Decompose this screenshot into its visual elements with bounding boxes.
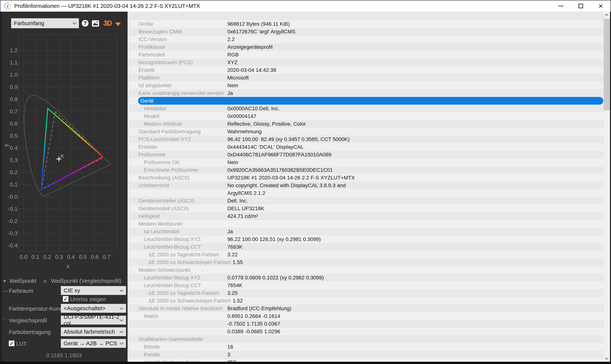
table-row[interactable]: Ist LeuchtmittelJa xyxy=(130,228,604,235)
table-row[interactable]: Absolute to media relative transformBrad… xyxy=(130,305,604,312)
table-row[interactable]: PlattformMicrosoft xyxy=(130,74,604,82)
row-value: Bradford (ICC-Empfehlung) xyxy=(227,305,291,312)
table-row[interactable]: Bezugsfarbraum (PCS)XYZ xyxy=(130,59,604,66)
table-row[interactable]: ΔE 2000 zu Tageslicht-Farbort3.22 xyxy=(130,251,604,259)
minimize-icon xyxy=(558,6,563,6)
scrollbar-thumb[interactable] xyxy=(604,19,610,110)
table-row[interactable]: Prüfsumme0xD4406C781AF966F77D087FA15010A… xyxy=(130,151,604,158)
close-button[interactable]: × xyxy=(591,0,611,12)
plot-toolbar: Farbumfang ? 3D xyxy=(0,12,128,34)
table-row[interactable]: Prüfsumme OKNein xyxy=(130,158,604,166)
row-value: Nein xyxy=(227,82,238,89)
x-marker-icon: × xyxy=(43,278,47,285)
vertical-scrollbar[interactable] xyxy=(604,12,610,362)
legend-whitepoint-label: Weißpunkt xyxy=(9,278,36,284)
section-row[interactable]: Gerät xyxy=(130,97,604,105)
maximize-button[interactable] xyxy=(571,0,591,12)
table-row[interactable]: Matrix0.8951 0.2664 -0.1614 xyxy=(130,312,604,320)
row-value: 0.0389 -0.0685 1.0296 xyxy=(227,328,280,335)
table-row[interactable]: ΔE 2000 zu Schwarzkörper-Farbort1.55 xyxy=(130,259,604,266)
farbuebertragung-select[interactable]: Absolut farbmetrisch xyxy=(61,327,126,336)
3d-view-button[interactable]: 3D xyxy=(103,19,112,27)
svg-text:1.1: 1.1 xyxy=(10,59,18,66)
row-value: UP3218K #1 2020-03-04 14-26 2.2 F-S XYZL… xyxy=(227,175,355,181)
plot-view-select[interactable]: Farbumfang xyxy=(11,18,79,28)
table-row[interactable]: Medien-Schwarzpunkt xyxy=(130,266,604,274)
row-value: Dell, Inc. xyxy=(227,198,248,204)
table-row[interactable]: Bevorzugtes CMM0x6172676C 'argl' ArgyllC… xyxy=(130,28,604,36)
row-value: 7663K xyxy=(227,244,243,250)
chevron-down-icon xyxy=(120,306,123,310)
plot-legend: + Weißpunkt × Weißpunkt (Vergleichsprofi… xyxy=(0,278,128,284)
farbtemperatur-select[interactable]: <Ausgeschaltet> xyxy=(61,304,126,313)
row-value: 96.42 100.00 82.49 (xy 0.3457 0.3585, CC… xyxy=(227,136,350,142)
table-row[interactable]: Anzahl Werte pro Kanal256 xyxy=(130,358,604,362)
row-value: Ja xyxy=(227,229,233,234)
table-row[interactable]: ΔE 2000 zu Tageslicht-Farbort3.25 xyxy=(130,289,604,297)
farbraum-label: Farbraum xyxy=(9,288,33,294)
row-label: Kann unabhängig verwendet werden xyxy=(138,90,227,96)
row-value: XYZ xyxy=(227,59,238,65)
save-image-button[interactable] xyxy=(92,20,99,27)
table-row[interactable]: Modell0x00004147 xyxy=(130,112,604,120)
table-row[interactable]: UrheberrechtNo copyright. Created with D… xyxy=(130,182,604,189)
table-row[interactable]: 0.0389 -0.0685 1.0296 xyxy=(130,328,604,335)
table-row[interactable]: Standard-FarbübertragungWahrnehmung xyxy=(130,128,604,135)
table-row[interactable]: Medien-AttributeReflective, Glossy, Posi… xyxy=(130,120,604,128)
row-value: 2020-03-04 14:42:38 xyxy=(227,67,276,73)
section-header-selected[interactable]: Gerät xyxy=(138,97,603,105)
lut-checkbox[interactable]: ✓ xyxy=(9,340,14,346)
row-value: 0x00004147 xyxy=(227,113,256,119)
row-label: Ist Leuchtmittel xyxy=(144,229,227,234)
table-row[interactable]: -0.7502 1.7135 0.0367 xyxy=(130,320,604,328)
vergleichsprofil-label: Vergleichsprofil xyxy=(9,317,47,324)
umriss-zeigen-checkbox[interactable]: ✓ xyxy=(63,296,68,302)
table-row[interactable]: ΔE 2000 zu Schwarzkörper-Farbort1.52 xyxy=(130,297,604,305)
table-row[interactable]: Kann unabhängig verwendet werdenJa xyxy=(130,89,604,97)
table-row[interactable]: Leuchtmittel-Bezug XYZ96.22 100.00 126.5… xyxy=(130,235,604,243)
table-row[interactable]: ProfilklasseAnzeigegeräteprofil xyxy=(130,43,604,51)
table-row[interactable]: Medien-Weißpunkt xyxy=(130,220,604,228)
table-row[interactable]: Beschreibung (ASCII)UP3218K #1 2020-03-0… xyxy=(130,174,604,182)
row-label: Bittiefe xyxy=(144,344,227,350)
table-row[interactable]: Grafikkarten-Gammatabelle xyxy=(130,335,604,343)
lut-select[interactable]: Gerät → A2B → PCS xyxy=(61,339,126,348)
table-row[interactable]: Erstellt2020-03-04 14:42:38 xyxy=(130,66,604,74)
table-row[interactable]: Helligkeit424.71 cd/m² xyxy=(130,212,604,220)
table-row[interactable]: ArgyllCMS 2.1.2 xyxy=(130,189,604,197)
row-value: No copyright. Created with DisplayCAL 3.… xyxy=(227,182,346,188)
table-row[interactable]: Ersteller0x4443414C 'DCAL' DisplayCAL xyxy=(130,143,604,151)
table-row[interactable]: Größe968812 Bytes (946.11 KiB) xyxy=(130,20,604,28)
svg-text:0.8: 0.8 xyxy=(10,96,18,102)
row-label: Modell xyxy=(144,113,227,119)
svg-text:0.7: 0.7 xyxy=(10,108,18,114)
table-row[interactable]: Ist eingebettetNein xyxy=(130,82,604,89)
table-row[interactable]: ICC-Version2.2 xyxy=(130,36,604,43)
scroll-up-icon[interactable] xyxy=(605,14,608,17)
umriss-zeigen-label: Umriss zeigen xyxy=(70,296,106,302)
table-row[interactable]: PCS-Leuchtmittel XYZ96.42 100.00 82.49 (… xyxy=(130,135,604,143)
vergleichsprofil-select[interactable]: DCI-P3/SMPTE-431-2 col xyxy=(61,316,126,325)
minimize-button[interactable] xyxy=(551,0,571,12)
table-row[interactable]: Gerätehersteller (ASCII)Dell, Inc. xyxy=(130,197,604,205)
table-row[interactable]: Kanäle3 xyxy=(130,351,604,358)
table-row[interactable]: FarbmodellRGB xyxy=(130,51,604,59)
row-value: ArgyllCMS 2.1.2 xyxy=(227,190,265,196)
table-row[interactable]: Leuchtmittel-Bezug XYZ0.0778 0.0809 0.10… xyxy=(130,274,604,282)
table-row[interactable]: Bittiefe16 xyxy=(130,343,604,351)
table-row[interactable]: Gerätemodell (ASCII)DELL UP3218K xyxy=(130,205,604,212)
bottom-edge xyxy=(0,362,611,364)
table-row[interactable]: Leuchtmittel-Bezug CCT7663K xyxy=(130,243,604,251)
table-row[interactable]: Leuchtmittel-Bezug CCT7654K xyxy=(130,282,604,289)
table-row[interactable]: Errechnete Prüfsumme0x9920CA35663A351760… xyxy=(130,166,604,174)
row-label: Medien-Attribute xyxy=(144,121,227,127)
3d-dropdown-arrow-icon[interactable] xyxy=(115,23,121,26)
farbraum-select[interactable]: CIE xy xyxy=(61,286,126,295)
row-label: Grafikkarten-Gammatabelle xyxy=(138,336,227,342)
svg-text:0.7: 0.7 xyxy=(103,254,110,260)
chevron-down-icon xyxy=(120,329,123,333)
svg-text:0.0: 0.0 xyxy=(20,254,27,260)
scroll-down-icon[interactable] xyxy=(605,356,608,360)
help-button[interactable]: ? xyxy=(82,20,89,27)
table-row[interactable]: Hersteller0x0000AC10 Dell, Inc. xyxy=(130,105,604,112)
